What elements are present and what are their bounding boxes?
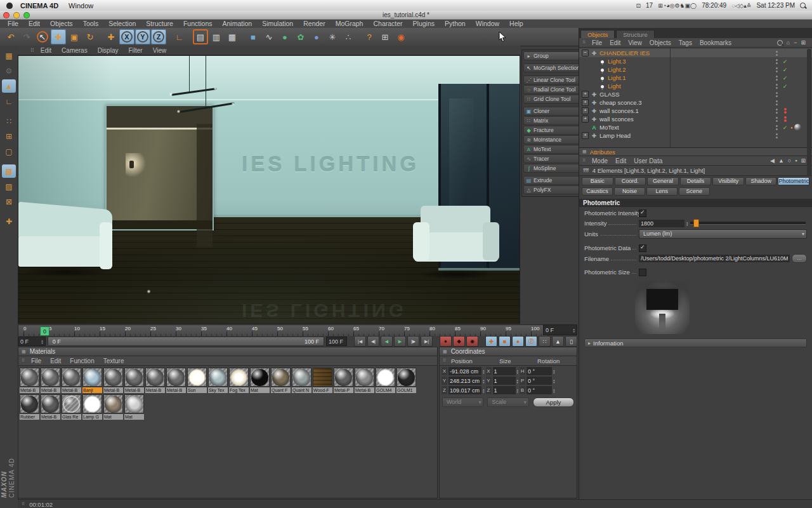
size-x-input[interactable] xyxy=(493,367,516,375)
toolbar-icon[interactable]: ↻ xyxy=(82,29,98,44)
material-name[interactable]: Mat xyxy=(124,414,144,420)
attribute-tab[interactable]: Visibility xyxy=(712,177,744,185)
mograph-menu-item[interactable]: ◌ Radial Clone Tool xyxy=(523,85,580,94)
material-thumbnail[interactable] xyxy=(271,368,291,387)
mograph-menu-item[interactable]: ▣ Cloner xyxy=(523,107,580,116)
materials-menu-item[interactable]: Texture xyxy=(103,358,124,364)
menu-item[interactable]: Character xyxy=(368,20,407,27)
material-name[interactable]: Metal-B xyxy=(166,387,186,393)
attributes-header[interactable]: ▦ Attributes xyxy=(579,148,812,156)
mograph-menu-item[interactable]: ▸ Group xyxy=(523,51,580,60)
viewport-menu-item[interactable]: Edit xyxy=(41,47,51,54)
position-z-input[interactable] xyxy=(449,386,481,394)
range-end-field[interactable]: 100 F xyxy=(326,337,347,346)
preview-range-slider[interactable]: 0 F 100 F xyxy=(48,337,324,346)
toolbar-icon[interactable]: X xyxy=(119,29,134,44)
apply-button[interactable]: Apply xyxy=(533,398,574,407)
object-row[interactable]: Light.3 xyxy=(579,57,812,65)
attribute-tab[interactable]: Shadow xyxy=(745,177,777,185)
object-name[interactable]: wall sconces.1 xyxy=(599,107,773,114)
material-item[interactable]: Metal-B xyxy=(145,368,165,393)
material-item[interactable]: Banji xyxy=(82,368,102,393)
material-name[interactable]: Sky Tex xyxy=(208,387,228,393)
material-item[interactable]: Mat xyxy=(124,394,144,420)
mograph-menu-item[interactable]: ∷ Matrix xyxy=(523,116,580,125)
filename-input[interactable] xyxy=(639,255,790,262)
material-thumbnail[interactable] xyxy=(124,368,144,387)
record-button[interactable]: ◉ xyxy=(466,336,478,347)
material-name[interactable]: Quant F xyxy=(271,387,291,393)
manager-tab[interactable]: Structure xyxy=(616,30,655,39)
mode-toolbar-icon[interactable]: ▲ xyxy=(2,79,16,93)
object-name[interactable]: Light.1 xyxy=(608,74,773,81)
material-thumbnail[interactable] xyxy=(250,368,270,387)
visibility-dots[interactable] xyxy=(774,92,780,97)
intensity-input[interactable] xyxy=(639,220,684,227)
material-item[interactable]: Metal-B xyxy=(41,394,60,420)
keying-toggle[interactable]: ▲ xyxy=(552,336,564,347)
mode-toolbar-icon[interactable]: ▨ xyxy=(2,180,16,193)
rotation-h-input[interactable] xyxy=(527,367,552,375)
minimize-panel-icon[interactable]: − xyxy=(794,39,797,46)
mograph-menu-item[interactable]: ≋ MoInstance xyxy=(523,135,580,144)
coordinates-header[interactable]: ▦ Coordinates xyxy=(440,347,577,356)
keying-toggle[interactable]: ▯ xyxy=(565,336,577,347)
attribute-tab[interactable]: Basic xyxy=(582,177,613,185)
material-name[interactable]: Banji xyxy=(82,387,102,393)
viewport-panel[interactable]: ⠿ EditCamerasDisplayFilterView IES LIGHT… xyxy=(18,46,520,323)
menu-item[interactable]: Animation xyxy=(217,20,257,27)
material-thumbnail[interactable] xyxy=(208,368,228,387)
material-item[interactable]: Lamp G xyxy=(82,394,102,420)
menu-item[interactable]: MoGraph xyxy=(331,20,369,27)
search-icon[interactable] xyxy=(777,40,783,46)
material-thumbnail[interactable] xyxy=(166,368,186,387)
visibility-dots[interactable] xyxy=(774,51,780,56)
attribute-tab[interactable]: Details xyxy=(680,177,712,185)
toolbar-icon[interactable]: ▦ xyxy=(225,29,240,44)
mograph-menu-item[interactable]: ◆ Fracture xyxy=(523,126,580,135)
menu-item[interactable]: Python xyxy=(440,20,471,27)
position-x-input[interactable] xyxy=(449,367,481,375)
panel-grip-icon[interactable]: ⠿ xyxy=(22,358,25,363)
material-thumbnail[interactable] xyxy=(62,368,81,387)
material-thumbnail[interactable] xyxy=(124,394,144,413)
materials-menu-item[interactable]: Edit xyxy=(50,358,61,364)
toolbar-icon[interactable]: ∴ xyxy=(341,29,356,44)
material-item[interactable]: Metal-B xyxy=(124,368,144,393)
materials-menu-item[interactable]: File xyxy=(31,358,41,364)
viewport-menu-item[interactable]: Filter xyxy=(128,47,142,54)
attributes-toolbar-icon[interactable]: ▲ xyxy=(778,157,784,164)
expand-toggle[interactable]: + xyxy=(582,99,589,106)
material-name[interactable]: GOLM1 xyxy=(396,387,416,393)
object-manager-menu-item[interactable]: Objects xyxy=(650,39,671,46)
playback-button[interactable]: |▶ xyxy=(407,336,419,347)
object-row[interactable]: Light xyxy=(579,82,812,90)
home-icon[interactable]: ⌂ xyxy=(787,39,790,46)
viewport-menu-item[interactable]: Display xyxy=(98,47,119,54)
material-item[interactable]: Quant F xyxy=(271,368,291,393)
status-icon[interactable]: ♞ xyxy=(680,3,685,9)
materials-header[interactable]: ▦ Materials xyxy=(18,347,437,356)
menu-item[interactable]: Simulation xyxy=(257,20,298,27)
status-icon[interactable]: ⚙ xyxy=(674,3,679,9)
mograph-menu-item[interactable]: ▤ Extrude xyxy=(523,176,580,185)
material-thumbnail[interactable] xyxy=(313,368,332,387)
visibility-dots[interactable] xyxy=(774,84,780,89)
playback-button[interactable]: |◀ xyxy=(354,336,366,347)
viewport-menu-item[interactable]: View xyxy=(153,47,167,54)
object-name[interactable]: GLASS xyxy=(599,91,773,98)
material-item[interactable]: Mat xyxy=(250,368,270,393)
attribute-tab[interactable]: Coord. xyxy=(615,177,646,185)
material-name[interactable]: Metal-B xyxy=(41,414,60,420)
material-name[interactable]: Wood-F xyxy=(313,387,332,393)
camera-status-icon[interactable]: ⊡ xyxy=(636,3,641,9)
visibility-dots[interactable] xyxy=(774,76,780,81)
attribute-tab[interactable]: Caustics xyxy=(582,187,613,196)
attributes-toolbar-icon[interactable]: ○ xyxy=(788,157,791,164)
enable-state-icon[interactable] xyxy=(781,108,789,114)
object-manager-menu-item[interactable]: Tags xyxy=(679,39,692,46)
material-item[interactable]: Metal-B xyxy=(103,368,123,393)
material-name[interactable]: Metal-B xyxy=(355,387,374,393)
keying-toggle[interactable]: ● xyxy=(512,336,524,347)
mode-toolbar-icon[interactable]: ▦ xyxy=(2,49,16,62)
